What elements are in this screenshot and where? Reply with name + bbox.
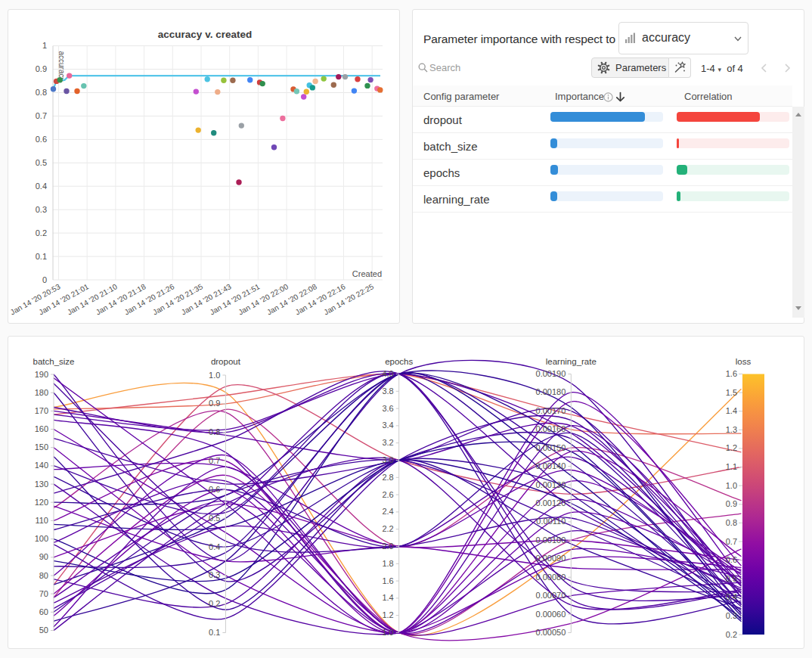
- svg-text:1.3: 1.3: [726, 425, 737, 434]
- svg-text:0.00070: 0.00070: [536, 591, 566, 600]
- svg-text:160: 160: [35, 424, 48, 433]
- svg-text:0.9: 0.9: [36, 64, 47, 73]
- svg-text:loss: loss: [736, 357, 752, 366]
- svg-text:4.0: 4.0: [382, 369, 393, 378]
- svg-text:0.3: 0.3: [209, 570, 220, 579]
- svg-text:1.0: 1.0: [209, 371, 220, 380]
- svg-text:0.8: 0.8: [726, 518, 737, 527]
- svg-text:0.4: 0.4: [36, 182, 47, 191]
- svg-text:0.00050: 0.00050: [536, 628, 566, 637]
- svg-text:0.6: 0.6: [726, 555, 737, 564]
- svg-text:0.3: 0.3: [726, 611, 737, 620]
- svg-text:2.4: 2.4: [382, 507, 393, 516]
- svg-text:0.00120: 0.00120: [536, 498, 566, 507]
- svg-text:120: 120: [35, 498, 48, 507]
- svg-text:0.6: 0.6: [36, 135, 47, 144]
- svg-text:0.00100: 0.00100: [536, 535, 566, 545]
- svg-text:0.5: 0.5: [209, 514, 220, 523]
- svg-text:60: 60: [39, 607, 48, 616]
- svg-text:140: 140: [35, 461, 48, 470]
- svg-text:1.0: 1.0: [726, 481, 737, 490]
- svg-text:0.1: 0.1: [36, 252, 47, 261]
- svg-text:1.2: 1.2: [382, 610, 393, 619]
- svg-text:1.8: 1.8: [382, 559, 393, 568]
- svg-text:0.4: 0.4: [726, 592, 737, 601]
- svg-text:50: 50: [39, 625, 48, 635]
- svg-text:0.00090: 0.00090: [536, 554, 566, 563]
- svg-text:0.2: 0.2: [36, 228, 47, 237]
- svg-text:0.6: 0.6: [209, 485, 220, 494]
- svg-text:100: 100: [35, 534, 48, 543]
- svg-text:150: 150: [35, 442, 48, 452]
- svg-text:170: 170: [35, 406, 48, 415]
- svg-text:130: 130: [35, 480, 48, 489]
- svg-text:2.6: 2.6: [382, 490, 393, 499]
- svg-text:0: 0: [42, 275, 47, 284]
- svg-text:3.2: 3.2: [382, 438, 393, 447]
- svg-text:batch_size: batch_size: [33, 357, 75, 366]
- svg-text:0.00150: 0.00150: [536, 443, 566, 452]
- svg-text:0.00060: 0.00060: [536, 610, 566, 619]
- svg-text:accuracy: accuracy: [57, 51, 66, 82]
- svg-text:70: 70: [39, 589, 48, 598]
- svg-text:accuracy v. created: accuracy v. created: [158, 29, 252, 40]
- svg-text:1.6: 1.6: [726, 369, 737, 378]
- svg-text:1.5: 1.5: [726, 388, 737, 397]
- svg-text:3.8: 3.8: [382, 386, 393, 396]
- svg-text:0.7: 0.7: [209, 456, 220, 465]
- svg-text:0.9: 0.9: [209, 399, 220, 408]
- svg-text:0.2: 0.2: [209, 599, 220, 608]
- svg-text:1: 1: [42, 41, 47, 50]
- svg-text:3.0: 3.0: [382, 455, 393, 464]
- svg-text:Jan 14 '20 22:25: Jan 14 '20 22:25: [322, 282, 375, 317]
- svg-text:90: 90: [39, 552, 48, 561]
- svg-text:0.1: 0.1: [209, 628, 220, 637]
- svg-text:0.7: 0.7: [36, 111, 47, 120]
- svg-text:0.5: 0.5: [726, 574, 737, 583]
- svg-text:110: 110: [35, 516, 48, 525]
- svg-text:3.4: 3.4: [382, 421, 393, 430]
- svg-text:2.8: 2.8: [382, 473, 393, 482]
- svg-text:0.00130: 0.00130: [536, 480, 566, 489]
- svg-text:0.5: 0.5: [36, 158, 47, 167]
- svg-text:0.00140: 0.00140: [536, 461, 566, 470]
- svg-text:1.0: 1.0: [382, 628, 393, 637]
- svg-text:190: 190: [35, 370, 48, 379]
- svg-text:dropout: dropout: [211, 357, 241, 366]
- svg-text:0.00080: 0.00080: [536, 573, 566, 582]
- svg-text:0.7: 0.7: [726, 537, 737, 546]
- svg-text:0.00110: 0.00110: [536, 517, 566, 526]
- svg-text:0.3: 0.3: [36, 205, 47, 214]
- svg-text:1.4: 1.4: [726, 406, 737, 415]
- svg-text:80: 80: [39, 571, 48, 580]
- svg-text:2.2: 2.2: [382, 524, 393, 533]
- svg-text:learning_rate: learning_rate: [546, 357, 597, 366]
- svg-text:0.2: 0.2: [726, 630, 737, 639]
- svg-text:0.00160: 0.00160: [536, 424, 566, 433]
- svg-text:3.6: 3.6: [382, 404, 393, 413]
- svg-text:0.9: 0.9: [726, 499, 737, 508]
- svg-text:1.1: 1.1: [726, 462, 737, 471]
- svg-text:Created: Created: [352, 269, 382, 278]
- svg-text:180: 180: [35, 388, 48, 397]
- svg-text:1.2: 1.2: [726, 443, 737, 452]
- svg-text:2.0: 2.0: [382, 542, 393, 551]
- svg-text:epochs: epochs: [385, 357, 413, 366]
- svg-text:0.00180: 0.00180: [536, 387, 566, 396]
- svg-text:0.8: 0.8: [209, 427, 220, 436]
- svg-text:1.6: 1.6: [382, 576, 393, 585]
- svg-text:0.8: 0.8: [36, 88, 47, 97]
- svg-text:0.4: 0.4: [209, 542, 220, 551]
- svg-text:0.00190: 0.00190: [536, 369, 566, 378]
- svg-text:1.4: 1.4: [382, 593, 393, 602]
- svg-text:0.00170: 0.00170: [536, 406, 566, 415]
